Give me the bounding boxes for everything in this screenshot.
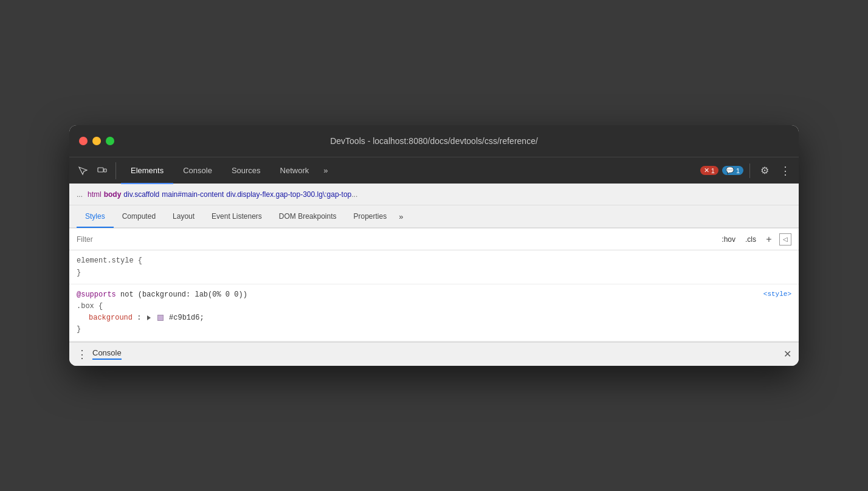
- svg-rect-0: [98, 168, 103, 172]
- breadcrumb-div-scaffold[interactable]: div.scaffold: [123, 190, 159, 199]
- console-bar: ⋮ Console ✕: [69, 342, 799, 366]
- supports-block: <style> @supports not (background: lab(0…: [69, 284, 799, 342]
- window-title: DevTools - localhost:8080/docs/devtools/…: [330, 136, 538, 146]
- supports-property-line: background : #c9b1d6;: [77, 312, 791, 324]
- cls-button[interactable]: .cls: [743, 234, 759, 245]
- tab-console[interactable]: Console: [173, 157, 222, 184]
- tab-computed[interactable]: Computed: [114, 205, 164, 228]
- breadcrumb-div-flex[interactable]: div.display-flex.gap-top-300.lg\:gap-top: [226, 190, 351, 199]
- devtools-icons: [74, 162, 116, 179]
- color-swatch[interactable]: [157, 315, 164, 321]
- element-style-block: element.style { }: [69, 250, 799, 284]
- error-badge[interactable]: ✕ 1: [700, 166, 718, 175]
- tab-network[interactable]: Network: [270, 157, 319, 184]
- tab-sources[interactable]: Sources: [222, 157, 270, 184]
- toggle-sidebar-button[interactable]: ◁: [779, 233, 791, 246]
- device-toolbar-icon[interactable]: [94, 162, 111, 179]
- element-style-close: }: [77, 267, 791, 279]
- minimize-button[interactable]: [92, 137, 101, 145]
- breadcrumb-more-left[interactable]: ...: [77, 190, 83, 199]
- css-panel: element.style { } <style> @supports not …: [69, 250, 799, 341]
- breadcrumb-bar: ... html body div.scaffold main#main-con…: [69, 184, 799, 205]
- filter-bar: :hov .cls + ◁: [69, 228, 799, 250]
- tab-dom-breakpoints[interactable]: DOM Breakpoints: [270, 205, 345, 228]
- breadcrumb-html[interactable]: html: [88, 190, 102, 199]
- panel-more-tabs[interactable]: »: [395, 212, 407, 221]
- svg-rect-1: [104, 169, 106, 172]
- console-close-button[interactable]: ✕: [784, 348, 791, 360]
- more-options-icon[interactable]: ⋮: [777, 162, 794, 179]
- element-style-selector: element.style {: [77, 255, 791, 267]
- style-link[interactable]: <style>: [763, 289, 791, 300]
- tab-styles[interactable]: Styles: [77, 205, 114, 228]
- console-title: Console: [92, 348, 122, 360]
- inspect-icon[interactable]: [74, 162, 91, 179]
- tab-elements[interactable]: Elements: [121, 157, 173, 184]
- supports-selector-line: .box {: [77, 301, 791, 312]
- titlebar: DevTools - localhost:8080/docs/devtools/…: [69, 125, 799, 157]
- tab-event-listeners[interactable]: Event Listeners: [203, 205, 270, 228]
- settings-icon[interactable]: ⚙: [756, 162, 773, 179]
- breadcrumb-more-right[interactable]: ...: [351, 190, 357, 199]
- add-class-button[interactable]: +: [763, 234, 774, 245]
- close-button[interactable]: [79, 137, 88, 145]
- filter-input[interactable]: [77, 235, 719, 244]
- tab-layout[interactable]: Layout: [164, 205, 203, 228]
- tab-right-controls: ✕ 1 💬 1 ⚙ ⋮: [700, 162, 794, 179]
- divider: [749, 163, 750, 178]
- message-icon: 💬: [726, 167, 734, 174]
- console-menu-button[interactable]: ⋮: [77, 348, 88, 361]
- panel-tabs: Styles Computed Layout Event Listeners D…: [69, 205, 799, 228]
- color-expand-arrow[interactable]: [147, 315, 151, 320]
- breadcrumb-main[interactable]: main#main-content: [162, 190, 224, 199]
- devtools-tabbar: Elements Console Sources Network » ✕ 1 💬…: [69, 157, 799, 184]
- tab-properties[interactable]: Properties: [345, 205, 396, 228]
- more-tabs-button[interactable]: »: [319, 166, 332, 175]
- maximize-button[interactable]: [106, 137, 114, 145]
- message-badge[interactable]: 💬 1: [722, 166, 743, 175]
- error-icon: ✕: [704, 167, 709, 174]
- devtools-window: DevTools - localhost:8080/docs/devtools/…: [69, 125, 799, 365]
- supports-close-line: }: [77, 324, 791, 335]
- traffic-lights: [79, 137, 114, 145]
- filter-actions: :hov .cls + ◁: [719, 233, 791, 246]
- hov-button[interactable]: :hov: [719, 234, 738, 245]
- supports-atrule-line: @supports not (background: lab(0% 0 0)): [77, 289, 791, 301]
- breadcrumb-body[interactable]: body: [104, 190, 122, 199]
